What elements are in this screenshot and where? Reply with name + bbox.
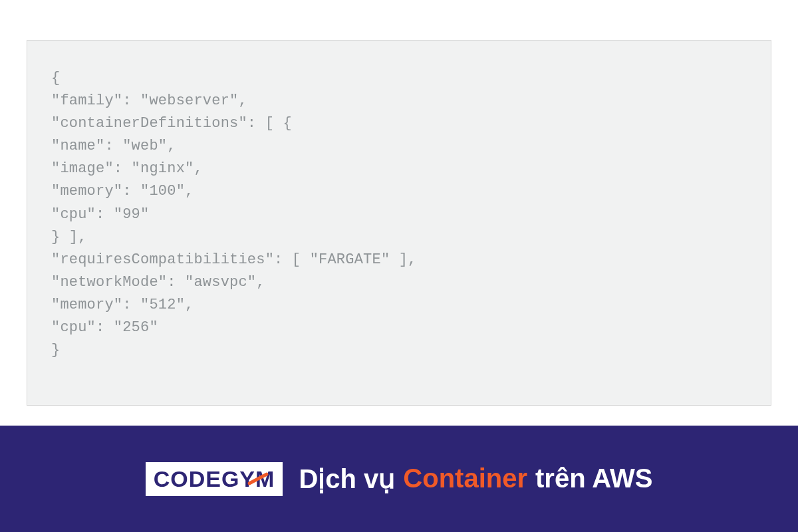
- logo-box: CODEGYM: [146, 462, 283, 496]
- tagline-accent: Container: [403, 464, 527, 494]
- logo-text: CODEGYM: [154, 466, 275, 492]
- tagline-part1: Dịch vụ: [299, 464, 395, 494]
- logo-slash-icon: [247, 472, 269, 485]
- footer-bar: CODEGYM Dịch vụ Container trên AWS: [0, 426, 798, 532]
- code-panel: { "family": "webserver", "containerDefin…: [27, 40, 771, 406]
- tagline: Dịch vụ Container trên AWS: [299, 464, 652, 494]
- tagline-part2: trên AWS: [535, 464, 652, 494]
- code-block: { "family": "webserver", "containerDefin…: [51, 67, 747, 362]
- document-canvas: { "family": "webserver", "containerDefin…: [0, 0, 798, 532]
